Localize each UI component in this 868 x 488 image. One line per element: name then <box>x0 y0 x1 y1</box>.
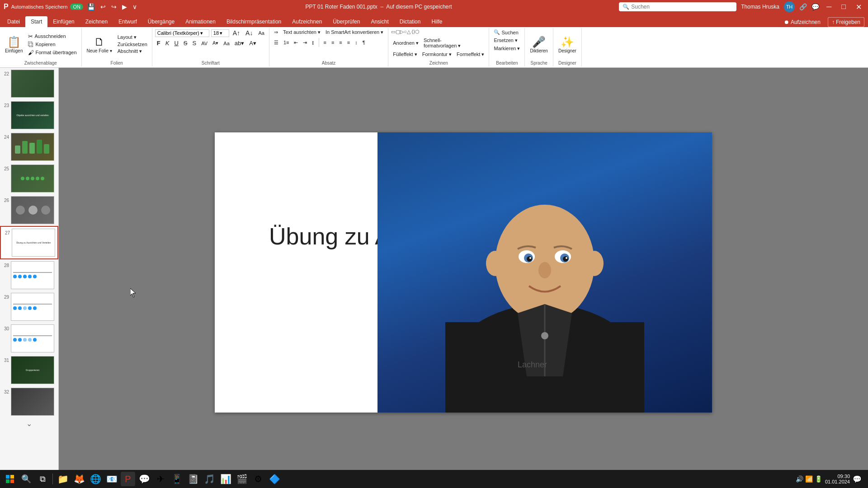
maximize-button[interactable]: □ <box>839 3 849 11</box>
app-icon-11[interactable]: 🔷 <box>267 472 282 486</box>
slide-item-22[interactable]: 22 <box>0 68 58 99</box>
slide-item-30[interactable]: 30 <box>0 323 58 354</box>
minimize-button[interactable]: ─ <box>824 3 834 11</box>
highlight-button[interactable]: ab▾ <box>233 39 246 47</box>
bold-button[interactable]: F <box>155 39 162 47</box>
designer-button[interactable]: ✨ Designer <box>556 34 579 55</box>
slide-item-25[interactable]: 25 <box>0 163 58 194</box>
layout-button[interactable]: Layout ▾ <box>116 34 149 41</box>
shadow-button[interactable]: S <box>190 39 198 47</box>
font-color-button[interactable]: A▾ <box>211 40 220 47</box>
font-family-dropdown[interactable]: Calibri (Textkörper) ▾ <box>155 29 209 37</box>
app-icon-9[interactable]: 🎬 <box>235 472 249 486</box>
text-ausrichten-button[interactable]: Text ausrichten ▾ <box>281 29 322 36</box>
tab-dictation[interactable]: Dictation <box>394 16 426 27</box>
app-icon-8[interactable]: 📊 <box>218 472 233 486</box>
app-icon-5[interactable]: 📱 <box>170 472 184 486</box>
presentation-icon[interactable]: ▶ <box>121 2 128 11</box>
tab-animationen[interactable]: Animationen <box>180 16 221 27</box>
columns-button[interactable]: ⫿ <box>310 39 316 46</box>
slide-item-31[interactable]: 31 Gruppenieren <box>0 354 58 386</box>
smartart-button[interactable]: In SmartArt konvertieren ▾ <box>324 29 385 36</box>
abschnitt-button[interactable]: Abschnitt ▾ <box>116 48 149 55</box>
undo-icon[interactable]: ↩ <box>99 2 107 11</box>
font-size-decrease-button[interactable]: A↓ <box>244 29 255 37</box>
bullet-list-button[interactable]: ☰ <box>272 39 280 46</box>
file-explorer-icon[interactable]: 📁 <box>56 472 70 486</box>
schnellformatvorlage-button[interactable]: Schnell-formatvorlagen ▾ <box>422 37 462 49</box>
tab-start[interactable]: Start <box>25 16 47 27</box>
tab-uebergaenge[interactable]: Übergänge <box>142 16 180 27</box>
markieren-button[interactable]: Markieren ▾ <box>492 45 522 52</box>
italic-button[interactable]: K <box>164 39 171 47</box>
slide-item-23[interactable]: 23 Objekte ausrichten und verteilen <box>0 99 58 131</box>
tab-zeichnen[interactable]: Zeichnen <box>80 16 113 27</box>
spacing-button[interactable]: AV <box>199 40 209 47</box>
tab-bildschirmpraesentation[interactable]: Bildschirmpräsentation <box>221 16 287 27</box>
text-color-button[interactable]: A▾ <box>247 39 258 47</box>
slide-canvas[interactable]: Übung zu Aus <box>215 132 712 413</box>
slide-item-32[interactable]: 32 <box>0 386 58 418</box>
underline-button[interactable]: U <box>172 39 180 47</box>
firefox-icon[interactable]: 🦊 <box>72 472 86 486</box>
zuruecksetzen-button[interactable]: Zurücksetzen <box>116 41 149 47</box>
tab-datei[interactable]: Datei <box>2 16 25 27</box>
format-uebertragen-button[interactable]: 🖌 Format übertragen <box>26 49 78 56</box>
chrome-icon[interactable]: 🌐 <box>88 472 103 486</box>
close-button[interactable]: ✕ <box>853 3 864 11</box>
share-icon[interactable]: 🔗 <box>799 3 807 10</box>
tab-hilfe[interactable]: Hilfe <box>426 16 448 27</box>
app-icon-10[interactable]: ⚙ <box>251 472 265 486</box>
slide-item-24[interactable]: 24 <box>0 131 58 163</box>
tab-entwurf[interactable]: Entwurf <box>113 16 142 27</box>
aufzeichnen-button[interactable]: ⏺ Aufzeichnen <box>780 18 824 27</box>
slide-item-29[interactable]: 29 <box>0 291 58 323</box>
teams-icon[interactable]: 💬 <box>137 472 151 486</box>
align-center-button[interactable]: ≡ <box>330 39 336 46</box>
kopieren-button[interactable]: ⿻ Kopieren <box>26 41 78 48</box>
ausschneiden-button[interactable]: ✂ Ausschneiden <box>26 33 78 40</box>
powerpoint-taskbar-icon[interactable]: P <box>121 472 135 486</box>
onenote-icon[interactable]: 📓 <box>186 472 200 486</box>
formkontur-button[interactable]: Formkontur ▾ <box>420 51 453 58</box>
char-space-button[interactable]: Aa <box>222 40 231 47</box>
notification-icon[interactable]: 💬 <box>853 475 862 483</box>
slide-item-26[interactable]: 26 <box>0 194 58 226</box>
clear-formatting-button[interactable]: Aa <box>256 30 266 36</box>
save-icon[interactable]: 💾 <box>86 2 96 11</box>
neue-folie-button[interactable]: 🗋 Neue Folie ▾ <box>85 34 114 55</box>
decrease-indent-button[interactable]: ⇤ <box>292 39 300 46</box>
align-left-button[interactable]: ≡ <box>321 39 328 46</box>
autosave-toggle[interactable]: ON <box>70 4 83 10</box>
line-spacing-button[interactable]: ↕ <box>353 39 359 46</box>
numbered-list-button[interactable]: 1≡ <box>282 39 291 46</box>
freigeben-button[interactable]: ↑ Freigeben <box>828 17 864 27</box>
comment-icon[interactable]: 💬 <box>811 3 819 10</box>
anordnen-button[interactable]: Anordnen ▾ <box>391 40 420 47</box>
formeffekt-button[interactable]: Formeffekt ▾ <box>455 51 486 58</box>
increase-indent-button[interactable]: ⇥ <box>301 39 309 46</box>
tab-einfuegen[interactable]: Einfügen <box>47 16 80 27</box>
app-icon-7[interactable]: 🎵 <box>202 472 217 486</box>
paragraph-spacing-button[interactable]: ¶ <box>361 39 367 46</box>
windows-start-button[interactable] <box>3 472 17 486</box>
more-icon[interactable]: ∨ <box>131 2 138 11</box>
strikethrough-button[interactable]: S <box>182 39 189 47</box>
search-input[interactable] <box>631 4 722 10</box>
tab-aufzeichnen[interactable]: Aufzeichnen <box>287 16 327 27</box>
slide-item-28[interactable]: 28 <box>0 259 58 291</box>
text-direction-button[interactable]: ⇒ <box>272 29 280 36</box>
diktieren-button[interactable]: 🎤 Diktieren <box>528 34 550 55</box>
font-size-dropdown[interactable]: 18 ▾ <box>211 29 229 37</box>
justify-button[interactable]: ≡ <box>345 39 352 46</box>
fuelleffekt-button[interactable]: Fülleffekt ▾ <box>391 51 419 58</box>
slide-item-27[interactable]: 27 Übung zu Ausrichten und Verteilen <box>0 226 58 259</box>
tab-ueberpruefen[interactable]: Überprüfen <box>327 16 365 27</box>
align-right-button[interactable]: ≡ <box>337 39 344 46</box>
ersetzen-button[interactable]: Ersetzen ▾ <box>492 37 519 44</box>
search-taskbar-button[interactable]: 🔍 <box>19 472 33 486</box>
telegram-icon[interactable]: ✈ <box>153 472 168 486</box>
canvas-area[interactable]: Übung zu Aus <box>59 68 868 477</box>
tab-ansicht[interactable]: Ansicht <box>365 16 394 27</box>
redo-icon[interactable]: ↪ <box>110 2 118 11</box>
